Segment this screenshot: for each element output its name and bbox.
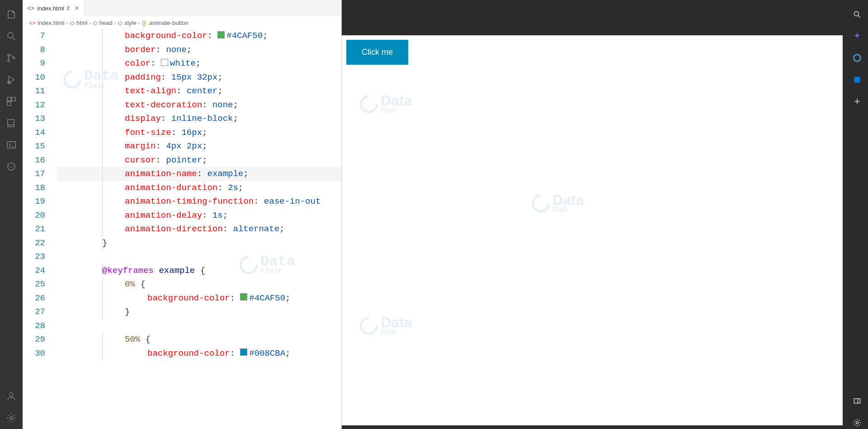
svg-point-10 — [9, 393, 13, 396]
tag-icon: ◇ — [70, 19, 75, 26]
preview-pane: DataFlair DataFlair DataFlair Click me — [342, 0, 846, 429]
settings-gear-icon[interactable] — [0, 407, 22, 429]
activity-bar — [0, 0, 23, 429]
brace-icon: {} — [142, 19, 146, 26]
tab-modified-indicator: 2 — [67, 5, 70, 11]
circle-icon[interactable] — [0, 156, 22, 177]
tab-bar: <> index.html 2 ✕ — [23, 0, 341, 16]
plus-icon[interactable] — [851, 95, 863, 108]
debug-icon[interactable] — [0, 69, 22, 91]
preview-body: DataFlair DataFlair DataFlair Click me — [342, 35, 843, 425]
svg-rect-14 — [854, 76, 860, 82]
svg-rect-5 — [7, 97, 11, 101]
html-file-icon: <> — [27, 5, 34, 12]
chevron-right-icon: › — [138, 19, 140, 26]
panel-icon[interactable] — [851, 395, 863, 407]
click-me-button[interactable]: Click me — [346, 40, 408, 65]
svg-point-2 — [8, 60, 9, 62]
watermark: DataFlair — [360, 94, 412, 114]
crumb-selector[interactable]: {}.animate-button — [142, 19, 189, 26]
settings-gear-icon[interactable] — [851, 416, 863, 429]
circle-icon[interactable] — [851, 52, 863, 64]
source-control-icon[interactable] — [0, 47, 22, 69]
crumb-file[interactable]: <>index.html — [29, 19, 64, 26]
close-icon[interactable]: ✕ — [74, 5, 80, 12]
editor-pane: <> index.html 2 ✕ <>index.html › ◇html ›… — [23, 0, 342, 429]
crumb-head[interactable]: ◇head — [93, 19, 113, 26]
tag-icon: ◇ — [93, 19, 98, 26]
svg-point-9 — [8, 163, 15, 170]
search-icon[interactable] — [851, 8, 863, 21]
tab-index-html[interactable]: <> index.html 2 ✕ — [23, 0, 85, 16]
preview-toolbar — [342, 0, 846, 35]
svg-point-12 — [854, 11, 859, 16]
tag-icon: ◇ — [118, 19, 123, 26]
svg-point-0 — [8, 33, 13, 38]
crumb-style[interactable]: ◇style — [118, 19, 137, 26]
svg-point-1 — [8, 54, 9, 56]
crumb-html[interactable]: ◇html — [70, 19, 88, 26]
edge-sidebar — [846, 0, 868, 429]
sparkle-icon[interactable] — [851, 30, 863, 43]
svg-point-11 — [10, 417, 13, 419]
html-file-icon: <> — [29, 19, 36, 26]
line-numbers: 7891011121314151617181920212223242526272… — [23, 29, 57, 429]
terminal-icon[interactable] — [0, 134, 22, 156]
chevron-right-icon: › — [114, 19, 116, 26]
app-icon[interactable] — [851, 73, 863, 86]
code-content[interactable]: background-color: #4CAF50;border: none;c… — [57, 29, 341, 429]
svg-point-13 — [854, 55, 861, 62]
tab-filename: index.html — [37, 5, 64, 12]
breadcrumb: <>index.html › ◇html › ◇head › ◇style › … — [23, 16, 341, 29]
svg-point-16 — [856, 422, 859, 424]
watermark: DataFlair — [532, 194, 584, 213]
account-icon[interactable] — [0, 386, 22, 407]
svg-rect-15 — [854, 399, 860, 403]
watermark: DataFlair — [360, 316, 412, 335]
explorer-icon[interactable] — [0, 4, 22, 25]
chevron-right-icon: › — [66, 19, 68, 26]
book-icon[interactable] — [0, 112, 22, 134]
search-icon[interactable] — [0, 25, 22, 47]
code-editor[interactable]: DataFlair DataFlair 78910111213141516171… — [23, 29, 341, 429]
svg-rect-7 — [7, 102, 11, 105]
svg-rect-8 — [7, 142, 15, 148]
chevron-right-icon: › — [89, 19, 91, 26]
svg-rect-6 — [12, 97, 15, 101]
extensions-icon[interactable] — [0, 91, 22, 112]
